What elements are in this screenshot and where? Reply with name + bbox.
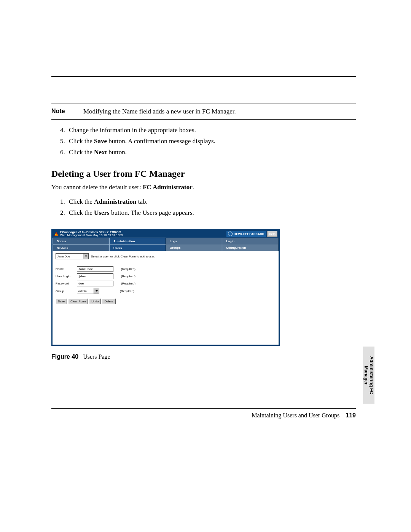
step-b1: Click the Administration tab. (67, 197, 356, 208)
tab-logs[interactable]: Logs (166, 238, 222, 244)
login-required: (Required) (121, 275, 135, 278)
chevron-down-icon (94, 288, 99, 294)
tab-login[interactable]: Login (222, 238, 279, 244)
title-line2: Web Management Mon May 10 10:39:07 1999 (60, 234, 226, 237)
group-label: Group (56, 289, 77, 293)
login-field[interactable]: jdoe (77, 273, 113, 279)
tab-administration[interactable]: Administration (109, 238, 166, 244)
step-4: Change the information in the appropriat… (67, 125, 356, 136)
note-text: Modifying the Name field adds a new user… (83, 108, 236, 115)
warning-icon (54, 232, 59, 236)
password-field[interactable]: doej (77, 281, 113, 286)
tab-devices[interactable]: Devices (53, 244, 109, 251)
hp-logo: HEWLETT PACKARD (226, 231, 266, 237)
save-button[interactable]: Save (56, 299, 67, 304)
name-field[interactable]: Jane Doe (77, 266, 113, 272)
step-5: Click the Save button. A confirmation me… (67, 136, 356, 147)
tab-users[interactable]: Users (109, 244, 166, 251)
section-heading: Deleting a User from FC Manager (51, 169, 356, 179)
name-label: Name (56, 267, 77, 271)
tab-configuration[interactable]: Configuration (222, 244, 279, 251)
password-required: (Required) (121, 282, 135, 285)
step-b2: Click the Users button. The Users page a… (67, 208, 356, 219)
clear-form-button[interactable]: Clear Form (68, 299, 88, 304)
delete-button[interactable]: Delete (102, 299, 115, 304)
select-hint: Select a user, or click Clear Form to ad… (91, 255, 155, 258)
step-6: Click the Next button. (67, 147, 356, 158)
name-required: (Required) (121, 267, 135, 271)
tab-groups[interactable]: Groups (166, 244, 222, 251)
user-select[interactable]: Jane Doe (56, 253, 89, 259)
top-rule (51, 76, 356, 77)
users-page-screenshot: FCmanager v3.0 - Devices Status: ERROR W… (51, 229, 280, 346)
figure-caption: Figure 40 Users Page (51, 353, 356, 360)
chevron-down-icon (83, 254, 88, 259)
undo-button[interactable]: Undo (89, 299, 101, 304)
note-block: Note Modifying the Name field adds a new… (51, 104, 356, 120)
svg-rect-2 (56, 235, 56, 235)
footer-rule (51, 408, 356, 409)
password-label: Password (56, 282, 77, 285)
help-button[interactable]: Help (267, 231, 277, 237)
page-footer: Maintaining Users and User Groups119 (252, 412, 356, 419)
login-label: User Login (56, 275, 77, 278)
chapter-side-tab: Administering FCManager (363, 347, 374, 404)
titlebar: FCmanager v3.0 - Devices Status: ERROR W… (53, 230, 279, 238)
note-label: Note (51, 108, 82, 115)
steps-continued: Change the information in the appropriat… (51, 125, 356, 158)
steps-delete: Click the Administration tab. Click the … (51, 197, 356, 219)
svg-rect-1 (56, 233, 56, 235)
tab-status[interactable]: Status (53, 238, 109, 244)
group-required: (Required) (120, 289, 134, 293)
secondary-tabs: Devices Users Groups Configuration (53, 244, 279, 251)
primary-tabs: Status Administration Logs Login (53, 238, 279, 244)
group-select[interactable]: admin (77, 288, 99, 294)
intro-text: You cannot delete the default user: FC A… (51, 184, 356, 191)
